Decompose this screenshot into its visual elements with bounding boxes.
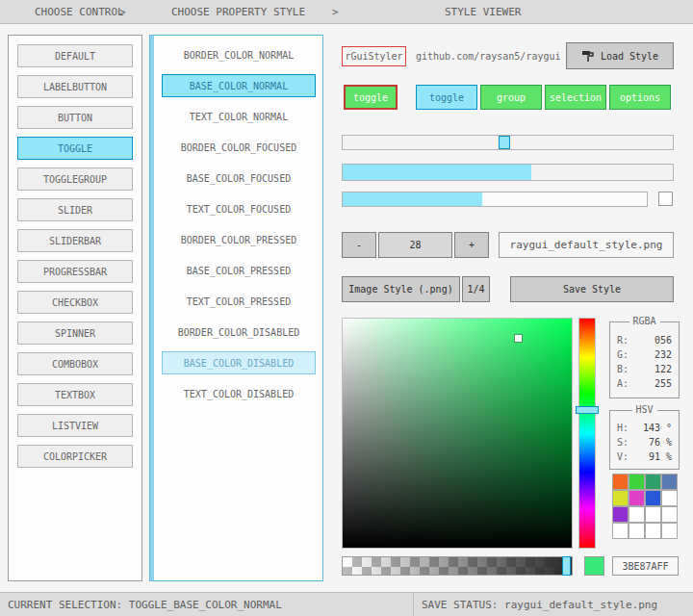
rgba-label: G: xyxy=(617,349,629,360)
property-item-text_color_normal[interactable]: TEXT_COLOR_NORMAL xyxy=(162,105,316,128)
control-item-spinner[interactable]: SPINNER xyxy=(17,321,133,345)
control-item-textbox[interactable]: TEXTBOX xyxy=(17,383,133,406)
status-current-selection: CURRENT SELECTION: TOGGLE_BASE_COLOR_NOR… xyxy=(0,593,414,616)
property-item-border_color_pressed[interactable]: BORDER_COLOR_PRESSED xyxy=(162,228,316,251)
saturation-value-picker[interactable] xyxy=(342,318,573,549)
toggle-group-selection[interactable]: selection xyxy=(545,85,606,110)
color-swatch-1[interactable] xyxy=(629,474,645,490)
rgba-row-g: G:232 xyxy=(610,347,679,362)
hue-bar[interactable] xyxy=(578,318,596,549)
app-title-label: rGuiStyler xyxy=(342,46,406,66)
slider-bar[interactable] xyxy=(342,164,674,181)
color-swatch-15[interactable] xyxy=(661,523,678,539)
color-swatch-12[interactable] xyxy=(612,523,629,539)
alpha-handle[interactable] xyxy=(562,556,571,576)
property-item-text_color_disabled[interactable]: TEXT_COLOR_DISABLED xyxy=(162,382,316,405)
color-swatch-6[interactable] xyxy=(645,490,661,506)
toggle-group-toggle[interactable]: toggle xyxy=(416,85,477,110)
control-item-default[interactable]: DEFAULT xyxy=(17,44,133,67)
load-style-label: Load Style xyxy=(601,51,658,62)
spinner-minus-button[interactable]: - xyxy=(342,232,376,258)
rgba-row-r: R:056 xyxy=(610,333,679,347)
color-swatch-9[interactable] xyxy=(629,506,645,523)
paint-roller-icon xyxy=(581,49,595,63)
breadcrumb-separator-1: > xyxy=(119,6,126,18)
color-swatch-3[interactable] xyxy=(661,474,678,490)
toggle-group-options[interactable]: options xyxy=(609,85,671,110)
property-item-base_color_focused[interactable]: BASE_COLOR_FOCUSED xyxy=(162,167,316,190)
toggle-group-group[interactable]: group xyxy=(480,85,542,110)
hsv-label: H: xyxy=(617,423,629,433)
hsv-groupbox-title: HSV xyxy=(631,404,656,415)
slider[interactable] xyxy=(342,135,674,150)
spinner-value[interactable]: 28 xyxy=(378,232,452,258)
control-item-combobox[interactable]: COMBOBOX xyxy=(17,352,133,375)
color-swatch-5[interactable] xyxy=(629,490,645,506)
control-item-checkbox[interactable]: CHECKBOX xyxy=(17,291,133,314)
slider-bar-fill xyxy=(343,165,531,180)
breadcrumb-separator-2: > xyxy=(332,6,339,18)
properties-list-panel: BORDER_COLOR_NORMALBASE_COLOR_NORMALTEXT… xyxy=(149,35,323,581)
control-item-labelbutton[interactable]: LABELBUTTON xyxy=(17,75,133,98)
rgba-value: 232 xyxy=(654,349,672,360)
rgba-groupbox-title: RGBA xyxy=(629,316,659,326)
alpha-slider[interactable] xyxy=(342,556,573,576)
hsv-row-v: V:91 % xyxy=(610,449,679,464)
control-item-toggle[interactable]: TOGGLE xyxy=(17,137,133,160)
properties-list: BORDER_COLOR_NORMALBASE_COLOR_NORMALTEXT… xyxy=(150,43,322,405)
slider-handle[interactable] xyxy=(499,136,510,149)
color-swatch-10[interactable] xyxy=(645,506,661,523)
control-item-sliderbar[interactable]: SLIDERBAR xyxy=(17,229,133,252)
property-item-border_color_normal[interactable]: BORDER_COLOR_NORMAL xyxy=(162,43,316,66)
rgba-value: 255 xyxy=(654,378,672,389)
color-swatch-2[interactable] xyxy=(645,474,661,490)
color-swatch-11[interactable] xyxy=(661,506,678,523)
hue-handle[interactable] xyxy=(576,406,599,414)
control-item-slider[interactable]: SLIDER xyxy=(17,198,133,221)
rgba-row-a: A:255 xyxy=(610,376,679,391)
control-item-togglegroup[interactable]: TOGGLEGROUP xyxy=(17,167,133,191)
rgba-label: A: xyxy=(617,378,629,389)
control-item-colorpicker[interactable]: COLORPICKER xyxy=(17,445,133,468)
property-item-text_color_focused[interactable]: TEXT_COLOR_FOCUSED xyxy=(162,197,316,220)
control-item-listview[interactable]: LISTVIEW xyxy=(17,414,133,437)
load-style-button[interactable]: Load Style xyxy=(566,42,674,69)
color-swatch-13[interactable] xyxy=(629,523,645,539)
control-item-button[interactable]: BUTTON xyxy=(17,106,133,129)
filename-textbox[interactable]: raygui_default_style.png xyxy=(499,232,674,258)
property-item-base_color_pressed[interactable]: BASE_COLOR_PRESSED xyxy=(162,259,316,282)
property-item-base_color_disabled[interactable]: BASE_COLOR_DISABLED xyxy=(162,351,316,374)
property-item-base_color_normal[interactable]: BASE_COLOR_NORMAL xyxy=(162,74,316,97)
style-format-combobox[interactable]: Image Style (.png) xyxy=(342,276,460,302)
properties-scrollbar[interactable] xyxy=(150,36,154,580)
color-swatch-7[interactable] xyxy=(661,490,678,506)
status-bar: CURRENT SELECTION: TOGGLE_BASE_COLOR_NOR… xyxy=(0,592,693,616)
controls-list-panel: DEFAULTLABELBUTTONBUTTONTOGGLETOGGLEGROU… xyxy=(8,35,142,581)
alpha-gradient xyxy=(343,557,572,575)
color-swatch-14[interactable] xyxy=(645,523,661,539)
rgba-label: R: xyxy=(617,335,629,346)
control-item-progressbar[interactable]: PROGRESSBAR xyxy=(17,260,133,283)
rgba-value: 056 xyxy=(654,335,672,346)
controls-list: DEFAULTLABELBUTTONBUTTONTOGGLETOGGLEGROU… xyxy=(9,44,141,468)
style-format-counter[interactable]: 1/4 xyxy=(462,276,490,302)
progress-bar xyxy=(342,192,648,207)
breadcrumb-choose-control: CHOOSE CONTROL xyxy=(35,6,124,18)
color-cursor[interactable] xyxy=(515,335,522,342)
styled-toggle-preview[interactable]: toggle xyxy=(344,85,398,110)
color-swatch-8[interactable] xyxy=(612,506,629,523)
color-swatch-4[interactable] xyxy=(612,490,629,506)
hex-value-box[interactable]: 3BE87AFF xyxy=(612,556,679,576)
property-item-border_color_disabled[interactable]: BORDER_COLOR_DISABLED xyxy=(162,321,316,344)
repo-link[interactable]: github.com/raysan5/raygui xyxy=(416,51,561,62)
property-item-text_color_pressed[interactable]: TEXT_COLOR_PRESSED xyxy=(162,290,316,313)
checkbox[interactable] xyxy=(658,192,673,206)
rgba-groupbox: RGBA R:056G:232B:122A:255 xyxy=(609,321,680,398)
hsv-label: V: xyxy=(617,451,629,462)
save-style-button[interactable]: Save Style xyxy=(510,276,674,302)
color-swatch-0[interactable] xyxy=(612,474,629,490)
rgba-label: B: xyxy=(617,364,629,374)
hsv-value: 143 ° xyxy=(643,423,672,433)
property-item-border_color_focused[interactable]: BORDER_COLOR_FOCUSED xyxy=(162,136,316,159)
spinner-plus-button[interactable]: + xyxy=(454,232,489,258)
